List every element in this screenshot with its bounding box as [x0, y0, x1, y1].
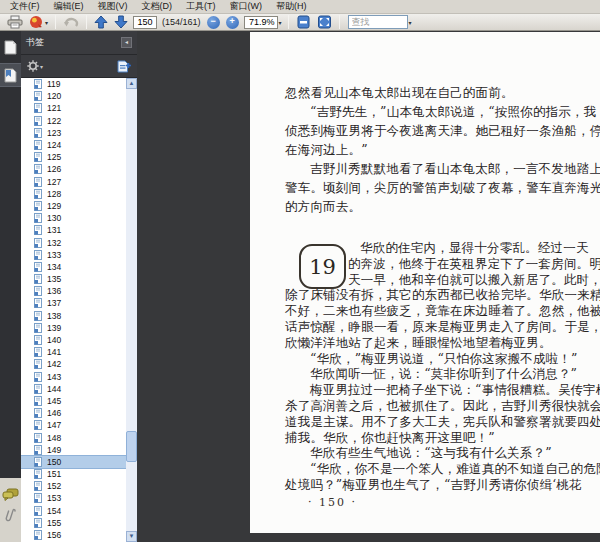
bookmark-item[interactable]: 154 [21, 505, 126, 517]
zoom-out-button[interactable]: − [205, 14, 222, 30]
menu-item[interactable]: 文档(D) [135, 0, 180, 13]
bookmark-item[interactable]: 145 [21, 395, 126, 407]
bookmark-item[interactable]: 129 [21, 200, 126, 212]
navigation-tab-strip [0, 31, 21, 542]
bookmark-item[interactable]: 123 [21, 127, 126, 139]
menu-item[interactable]: 工具(T) [179, 0, 223, 13]
tab-bookmarks[interactable] [0, 63, 21, 87]
page-number-input[interactable] [133, 16, 157, 29]
zoom-level-input[interactable] [244, 16, 278, 29]
bookmark-item[interactable]: 139 [21, 322, 126, 334]
bookmark-label: 142 [47, 359, 61, 369]
bookmark-item[interactable]: 140 [21, 334, 126, 346]
bookmark-item[interactable]: 149 [21, 444, 126, 456]
bookmark-item[interactable]: 136 [21, 285, 126, 297]
zoom-dropdown-caret-icon[interactable]: ▾ [279, 19, 282, 26]
bookmark-label: 148 [47, 433, 61, 443]
pdf-reader-window: 文件(F)编辑(E)视图(V)文档(D)工具(T)窗口(W)帮助(H) ▾ [0, 0, 600, 542]
tab-comments[interactable] [2, 488, 19, 501]
bookmark-label: 132 [47, 238, 61, 248]
options-gear-icon[interactable] [27, 60, 39, 72]
bookmark-item[interactable]: 153 [21, 492, 126, 504]
menu-item[interactable]: 帮助(H) [269, 0, 314, 13]
bookmark-item[interactable]: 131 [21, 224, 126, 236]
bookmark-label: 133 [47, 250, 61, 260]
page-text-line: 忽然看见山本龟太郎出现在自己的面前。 [250, 83, 600, 102]
bookmark-item[interactable]: 124 [21, 139, 126, 151]
bookmark-item[interactable]: 148 [21, 431, 126, 443]
scroll-down-button[interactable]: ▼ [126, 531, 137, 542]
bookmark-label: 131 [47, 225, 61, 235]
page-text-block-1: 忽然看见山本龟太郎出现在自己的面前。“吉野先生，”山本龟太郎说道，“按照你的指示… [250, 83, 600, 216]
search-input[interactable] [348, 15, 408, 29]
bookmark-item[interactable]: 121 [21, 102, 126, 114]
bookmark-item[interactable]: 144 [21, 383, 126, 395]
panel-title: 书签 [26, 36, 44, 49]
bookmark-page-icon [34, 189, 42, 199]
page-text-block-2: 华欣的住宅内，显得十分零乱。经过一天的奔波，他终于在英租界定下了一套房间。明天一… [250, 240, 600, 493]
bookmark-page-icon [34, 262, 42, 272]
page-text-line: 的方向而去。 [250, 197, 600, 216]
document-pane[interactable]: 忽然看见山本龟太郎出现在自己的面前。“吉野先生，”山本龟太郎说道，“按照你的指示… [137, 31, 600, 542]
bookmark-label: 147 [47, 420, 61, 430]
tab-pages[interactable] [0, 35, 21, 59]
toolbar: ▾ (154/161) − + ▾ [0, 14, 600, 31]
zoom-in-button[interactable]: + [224, 14, 241, 30]
bookmark-page-icon [34, 152, 42, 162]
bookmark-item[interactable]: 156 [21, 529, 126, 541]
options-caret-icon[interactable]: ▾ [40, 63, 43, 70]
bookmark-item[interactable]: 141 [21, 346, 126, 358]
bookmarks-options-bar: ▾ [21, 55, 137, 78]
fullscreen-button[interactable] [315, 14, 334, 30]
export-button[interactable]: ▾ [27, 14, 50, 30]
scroll-up-button[interactable]: ▲ [126, 78, 137, 89]
bookmark-item[interactable]: 146 [21, 407, 126, 419]
bookmark-item[interactable]: 132 [21, 236, 126, 248]
pdf-page: 忽然看见山本龟太郎出现在自己的面前。“吉野先生，”山本龟太郎说道，“按照你的指示… [250, 32, 600, 533]
bookmark-item[interactable]: 127 [21, 176, 126, 188]
previous-view-button[interactable] [61, 14, 81, 30]
bookmark-page-icon [34, 250, 42, 260]
expand-bookmark-icon[interactable] [117, 60, 131, 73]
bookmark-item[interactable]: 142 [21, 358, 126, 370]
bookmark-label: 150 [47, 457, 61, 467]
bookmark-item[interactable]: 134 [21, 261, 126, 273]
bookmark-item[interactable]: 133 [21, 249, 126, 261]
menu-item[interactable]: 文件(F) [3, 0, 47, 13]
bookmark-item[interactable]: 122 [21, 115, 126, 127]
menu-item[interactable]: 窗口(W) [223, 0, 270, 13]
bookmark-item[interactable]: 128 [21, 188, 126, 200]
bookmark-item[interactable]: 120 [21, 90, 126, 102]
bookmark-item[interactable]: 152 [21, 480, 126, 492]
bookmark-item[interactable]: 130 [21, 212, 126, 224]
collapse-panel-button[interactable]: ◂ [121, 37, 132, 48]
bookmark-item[interactable]: 138 [21, 310, 126, 322]
scrolling-mode-button[interactable] [294, 14, 313, 30]
scrolling-mode-icon [296, 15, 311, 29]
tab-attachments[interactable] [5, 507, 17, 524]
search-options-caret-icon[interactable]: ▾ [409, 19, 412, 26]
previous-page-button[interactable] [92, 14, 110, 30]
bookmark-item[interactable]: 125 [21, 151, 126, 163]
bookmark-item[interactable]: 147 [21, 419, 126, 431]
bookmark-item[interactable]: 151 [21, 468, 126, 480]
bookmark-label: 141 [47, 347, 61, 357]
bookmark-item[interactable]: 126 [21, 163, 126, 175]
bookmark-item[interactable]: 119 [21, 78, 126, 90]
page-text-line: 的奔波，他终于在英租界定下了一套房间。明 [250, 256, 600, 272]
bookmark-item[interactable]: 135 [21, 273, 126, 285]
print-button[interactable] [5, 14, 25, 30]
bookmark-item[interactable]: 150 [21, 456, 126, 468]
menu-item[interactable]: 编辑(E) [47, 0, 91, 13]
next-page-button[interactable] [112, 14, 130, 30]
bookmark-item[interactable]: 143 [21, 371, 126, 383]
bookmarks-panel-header: 书签 ◂ [21, 31, 137, 55]
scrollbar-thumb[interactable] [126, 431, 137, 462]
bookmark-page-icon [34, 311, 42, 321]
menu-item[interactable]: 视图(V) [91, 0, 135, 13]
bookmark-item[interactable]: 137 [21, 297, 126, 309]
bookmark-item[interactable]: 155 [21, 517, 126, 529]
bookmark-label: 124 [47, 140, 61, 150]
bookmark-label: 140 [47, 335, 61, 345]
page-text-line: 除了床铺没有拆，其它的东西都已收拾完毕。华欣一来精神 [250, 287, 600, 303]
